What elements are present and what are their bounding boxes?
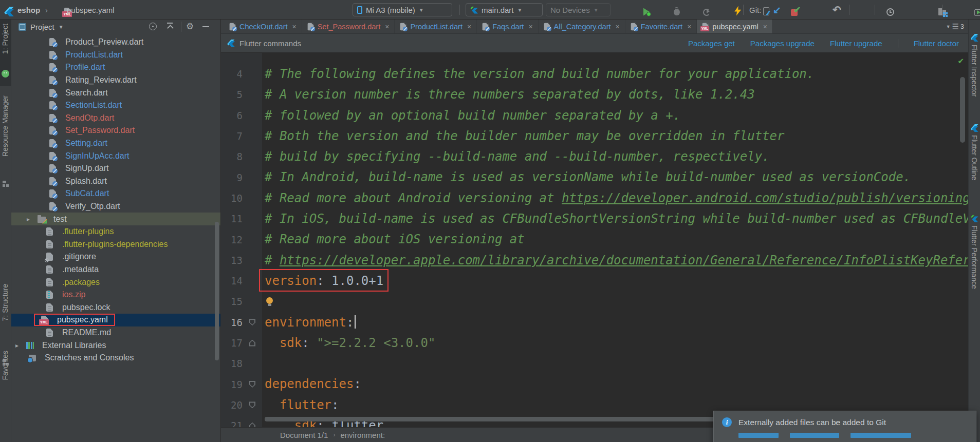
code-editor[interactable]: 456789101112131415161718192021 # The fol… xyxy=(221,53,968,427)
history-icon[interactable] xyxy=(886,8,894,16)
avd-manager-icon[interactable] xyxy=(974,9,980,16)
git-commit-icon[interactable]: ✔ xyxy=(793,0,801,20)
tool-button-flutter-inspector[interactable]: Flutter Inspector xyxy=(970,34,978,97)
fold-marker-icon[interactable] xyxy=(249,401,255,408)
tree-scrollbar[interactable] xyxy=(215,222,219,360)
close-tab-icon[interactable]: × xyxy=(616,23,620,31)
flutter-action-flutter-upgrade[interactable]: Flutter upgrade xyxy=(830,39,882,48)
hot-reload-button[interactable] xyxy=(734,6,741,16)
debug-button[interactable] xyxy=(674,9,680,15)
flutter-action-packages-get[interactable]: Packages get xyxy=(688,39,735,48)
profile-button[interactable] xyxy=(703,9,710,16)
locate-file-icon[interactable] xyxy=(149,23,157,30)
tree-item-test[interactable]: ▸test xyxy=(11,213,220,225)
tree-item-external-libraries[interactable]: ▸External Libraries xyxy=(11,339,220,352)
close-tab-icon[interactable]: × xyxy=(467,23,471,31)
tree-item-signinupacc-dart[interactable]: SignInUpAcc.dart xyxy=(11,149,220,162)
code-line-18[interactable] xyxy=(265,353,968,374)
run-button[interactable] xyxy=(643,8,650,16)
tree-item-pubspec-lock[interactable]: pubspec.lock xyxy=(11,301,220,314)
inspections-ok-icon[interactable]: ✔ xyxy=(957,56,964,66)
tab-checkout-dart[interactable]: CheckOut.dart× xyxy=(224,20,302,33)
flutter-action-packages-upgrade[interactable]: Packages upgrade xyxy=(750,39,815,48)
hidden-tabs-button[interactable]: ▼ ☰ 3 xyxy=(946,20,964,34)
code-line-6[interactable]: # followed by an optional build number s… xyxy=(265,105,968,126)
tree-item-splash-dart[interactable]: Splash.dart xyxy=(11,175,220,188)
tab-faqs-dart[interactable]: Faqs.dart× xyxy=(477,20,538,33)
tree-item-flutter-plugins-dependencies[interactable]: .flutter-plugins-dependencies xyxy=(11,238,220,251)
tree-item-subcat-dart[interactable]: SubCat.dart xyxy=(11,187,220,200)
tree-item-product-preview-dart[interactable]: Product_Preview.dart xyxy=(11,36,220,49)
device-selector[interactable]: Mi A3 (mobile) ▼ xyxy=(353,3,452,16)
tree-item-signup-dart[interactable]: SignUp.dart xyxy=(11,162,220,175)
notification-actions[interactable] xyxy=(722,433,968,438)
close-tab-icon[interactable]: × xyxy=(687,23,691,31)
tree-item-set-password-dart[interactable]: Set_Password.dart xyxy=(11,124,220,137)
tab-favorite-dart[interactable]: Favorite.dart× xyxy=(625,20,697,33)
collapse-all-icon[interactable] xyxy=(167,23,173,30)
tree-item-verify-otp-dart[interactable]: Verify_Otp.dart xyxy=(11,200,220,213)
code-line-7[interactable]: # Both the version and the builder numbe… xyxy=(265,126,968,146)
code-line-11[interactable]: # In iOS, build-name is used as CFBundle… xyxy=(265,208,968,229)
structure-mini-icon[interactable] xyxy=(3,181,9,187)
tree-item-ios-zip[interactable]: ios.zip xyxy=(11,289,220,301)
code-line-17[interactable]: sdk: ">=2.2.2 <3.0.0" xyxy=(265,333,968,353)
chevron-down-icon[interactable]: ▼ xyxy=(59,24,64,30)
notification-toast[interactable]: Externally added files can be added to G… xyxy=(713,411,976,442)
close-tab-icon[interactable]: × xyxy=(763,23,767,31)
editor-code[interactable]: # The following defines the version and … xyxy=(262,53,968,427)
tree-item-scratches-and-consoles[interactable]: Scratches and Consoles xyxy=(11,352,220,364)
close-tab-icon[interactable]: × xyxy=(528,23,532,31)
tree-item-gitignore[interactable]: .gitignore xyxy=(11,251,220,263)
tree-item-pubspec-yaml[interactable]: pubspec.yaml xyxy=(11,314,220,326)
tool-button-flutter-performance[interactable]: Flutter Performance xyxy=(970,215,978,289)
tree-item-rating-review-dart[interactable]: Rating_Review.dart xyxy=(11,74,220,87)
tree-item-search-dart[interactable]: Search.dart xyxy=(11,86,220,99)
code-line-15[interactable] xyxy=(265,291,968,312)
tool-button-favorites[interactable]: Favorites xyxy=(1,351,9,380)
gear-icon[interactable]: ⚙ xyxy=(186,22,194,31)
code-line-13[interactable]: # https://developer.apple.com/library/ar… xyxy=(265,250,968,271)
tool-button-project[interactable]: 1: Project xyxy=(1,24,9,54)
tab-set-password-dart[interactable]: Set_Password.dart× xyxy=(302,20,395,33)
code-line-10[interactable]: # Read more about Android versioning at … xyxy=(265,188,968,208)
flutter-action-flutter-doctor[interactable]: Flutter doctor xyxy=(898,39,959,48)
fold-marker-icon[interactable] xyxy=(249,422,255,427)
fold-marker-icon[interactable] xyxy=(249,381,255,388)
run-config-selector[interactable]: main.dart ▼ xyxy=(466,3,543,16)
tree-item-packages[interactable]: .packages xyxy=(11,276,220,289)
code-line-16[interactable]: environment: xyxy=(265,312,968,333)
code-line-4[interactable]: # The following defines the version and … xyxy=(265,64,968,84)
intention-bulb-icon[interactable] xyxy=(266,297,273,304)
tree-item-setting-dart[interactable]: Setting.dart xyxy=(11,137,220,150)
tree-item-metadata[interactable]: .metadata xyxy=(11,263,220,276)
tree-item-productlist-dart[interactable]: ProductList.dart xyxy=(11,49,220,62)
tab-productlist-dart[interactable]: ProductList.dart× xyxy=(395,20,477,33)
vertical-scrollbar[interactable] xyxy=(960,77,965,143)
close-tab-icon[interactable]: × xyxy=(385,23,389,31)
hot-restart-button[interactable] xyxy=(763,7,769,15)
chevron-right-icon[interactable]: ▸ xyxy=(27,216,33,223)
project-panel-title[interactable]: Project xyxy=(30,23,54,31)
code-line-9[interactable]: # In Android, build-name is used as vers… xyxy=(265,167,968,187)
hide-panel-icon[interactable] xyxy=(202,26,209,27)
breadcrumb-project[interactable]: eshop xyxy=(17,0,40,20)
tree-item-sendotp-dart[interactable]: SendOtp.dart xyxy=(11,112,220,125)
git-update-icon[interactable]: ↙ xyxy=(773,0,781,20)
tab-pubspec-yaml[interactable]: pubspec.yaml× xyxy=(697,20,773,33)
tree-item-sectionlist-dart[interactable]: SectionList.dart xyxy=(11,99,220,112)
tree-item-profile-dart[interactable]: Profile.dart xyxy=(11,61,220,74)
tree-item-readme-md[interactable]: README.md xyxy=(11,326,220,339)
close-tab-icon[interactable]: × xyxy=(292,23,297,31)
breadcrumb-file[interactable]: pubspec.yaml xyxy=(67,0,115,20)
fold-marker-icon[interactable] xyxy=(249,319,255,325)
devices-selector[interactable]: No Devices ▼ xyxy=(546,3,611,16)
rollback-icon[interactable]: ↶ xyxy=(833,0,841,20)
code-line-8[interactable]: # build by specifying --build-name and -… xyxy=(265,146,968,167)
tool-button-resource-manager[interactable]: Resource Manager xyxy=(1,95,9,157)
tab-all-category-dart[interactable]: All_Category.dart× xyxy=(539,20,625,33)
tool-button-flutter-outline[interactable]: Flutter Outline xyxy=(970,124,978,180)
code-line-19[interactable]: dependencies: xyxy=(265,374,968,394)
chevron-right-icon[interactable]: ▸ xyxy=(15,342,22,349)
tool-button-structure[interactable]: 7: Structure xyxy=(1,284,9,321)
